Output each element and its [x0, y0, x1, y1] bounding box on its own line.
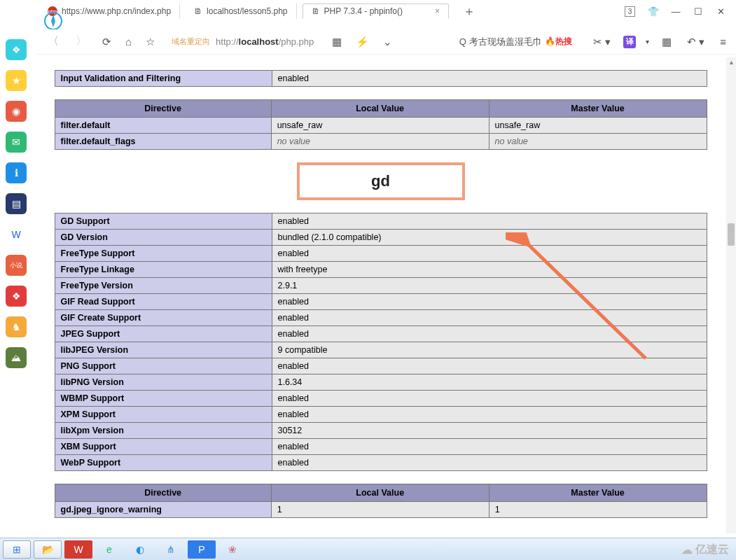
row-key: FreeType Linkage	[55, 262, 272, 278]
table-row: PNG Support enabled	[55, 358, 707, 374]
section-title-gd: gd	[297, 162, 465, 200]
translate-button[interactable]: 译	[623, 36, 636, 48]
minimize-button[interactable]: —	[672, 7, 680, 15]
chat-icon[interactable]: ◐	[126, 540, 154, 559]
col-directive: Directive	[55, 100, 271, 118]
row-key: gd.jpeg_ignore_warning	[55, 502, 271, 518]
cloud-icon: ☁	[681, 543, 693, 556]
table-row: GD Support enabled	[55, 214, 707, 230]
game1-icon[interactable]: ♞	[6, 316, 27, 337]
row-value: enabled	[272, 214, 707, 230]
row-value: enabled	[272, 391, 707, 407]
undo-icon[interactable]: ↶ ▾	[684, 36, 707, 48]
row-value: 30512	[272, 423, 707, 439]
row-value: 2.9.1	[272, 278, 707, 294]
window-titlebar: php https://www.php.cn/index.php 🗎 local…	[6, 0, 736, 22]
tab-label: localhost/lesson5.php	[207, 6, 287, 16]
close-tab-icon[interactable]: ×	[435, 6, 440, 16]
tab-count-badge[interactable]: 3	[625, 6, 635, 17]
forward-button[interactable]: 〉	[71, 34, 91, 49]
close-button[interactable]: ✕	[716, 7, 725, 15]
search-box[interactable]: Q 考古现场盖湿毛巾 🔥热搜	[459, 36, 572, 48]
app-sidebar: e❖★◉✉ℹ▤W小说❖♞⛰	[0, 0, 32, 536]
row-key: WBMP Support	[55, 391, 272, 407]
address-bar[interactable]: 域名重定向 http://localhost/php.php	[172, 36, 314, 47]
home-button[interactable]: ⌂	[123, 36, 134, 48]
explorer-icon[interactable]: 📂	[34, 540, 62, 559]
scissors-icon[interactable]: ✂ ▾	[590, 36, 613, 48]
row-master: 1	[489, 502, 707, 518]
row-key: GIF Read Support	[55, 294, 272, 310]
tab-strip: php https://www.php.cn/index.php 🗎 local…	[6, 0, 625, 22]
table-row: libJPEG Version 9 compatible	[55, 342, 707, 358]
row-master: unsafe_raw	[489, 118, 707, 134]
park-icon[interactable]: P	[188, 540, 216, 559]
tab-label: https://www.php.cn/index.php	[62, 6, 171, 16]
table-row: WebP Support enabled	[55, 455, 707, 471]
search-icon: Q	[459, 36, 466, 47]
weibo-icon[interactable]: ◉	[6, 101, 27, 122]
misc-icon[interactable]: ❀	[218, 540, 247, 559]
word-icon[interactable]: W	[6, 224, 27, 245]
table-row: JPEG Support enabled	[55, 326, 707, 342]
col-local: Local Value	[271, 484, 489, 502]
row-value: bundled (2.1.0 compatible)	[272, 230, 707, 246]
col-master: Master Value	[489, 484, 707, 502]
vscode-icon[interactable]: ⋔	[157, 540, 185, 559]
tab-lesson5[interactable]: 🗎 localhost/lesson5.php	[186, 4, 296, 19]
game2-icon[interactable]: ⛰	[6, 347, 27, 368]
tab-label: PHP 7.3.4 - phpinfo()	[324, 6, 403, 16]
table-row: libXpm Version 30512	[55, 423, 707, 439]
grid-icon[interactable]: ▦	[659, 36, 674, 48]
row-key: XBM Support	[55, 439, 272, 455]
mail-icon[interactable]: ✉	[6, 132, 27, 153]
toolbar: 〈 〉 ⟳ ⌂ ☆ 域名重定向 http://localhost/php.php…	[36, 29, 736, 55]
chevron-down-icon[interactable]: ⌄	[380, 36, 395, 48]
table-row: FreeType Version 2.9.1	[55, 278, 707, 294]
row-value: 1.6.34	[272, 374, 707, 391]
scroll-up-icon[interactable]: ▲	[728, 59, 735, 66]
new-tab-button[interactable]: ＋	[454, 4, 484, 19]
doc-icon[interactable]: ▤	[6, 193, 27, 214]
maximize-button[interactable]: ☐	[694, 7, 702, 15]
row-value: enabled	[272, 358, 707, 374]
row-local: 1	[271, 502, 489, 518]
table-row: GIF Read Support enabled	[55, 294, 707, 310]
row-key: WebP Support	[55, 455, 272, 471]
scrollbar-thumb[interactable]	[728, 223, 735, 246]
info-icon[interactable]: ℹ	[6, 162, 27, 183]
row-key: XPM Support	[55, 407, 272, 423]
wps-icon[interactable]: W	[64, 540, 92, 559]
row-key: JPEG Support	[55, 326, 272, 342]
row-key: filter.default	[55, 118, 271, 134]
novel-icon[interactable]: 小说	[6, 255, 27, 276]
col-directive: Directive	[55, 484, 271, 502]
qr-icon[interactable]: ▦	[329, 36, 345, 48]
red-icon[interactable]: ❖	[6, 286, 27, 307]
row-key: PNG Support	[55, 358, 272, 374]
favorite-button[interactable]: ☆	[143, 36, 158, 48]
row-value: enabled	[272, 439, 707, 455]
filter-directives-table: Directive Local Value Master Value filte…	[55, 99, 707, 150]
browser-icon[interactable]: e	[95, 540, 123, 559]
row-key: GD Version	[55, 230, 272, 246]
row-key: FreeType Version	[55, 278, 272, 294]
start-icon[interactable]: ⊞	[3, 540, 31, 559]
menu-icon[interactable]: ≡	[717, 36, 729, 48]
tab-phpinfo[interactable]: 🗎 PHP 7.3.4 - phpinfo() ×	[303, 4, 450, 19]
table-row: filter.default unsafe_raw unsafe_raw	[55, 118, 707, 134]
table-row: FreeType Support enabled	[55, 246, 707, 262]
page-content: Input Validation and Filtering enabled D…	[36, 57, 725, 533]
refresh-button[interactable]: ⟳	[99, 36, 114, 48]
skin-icon[interactable]: 👕	[649, 7, 658, 15]
table-row: filter.default_flags no value no value	[55, 134, 707, 150]
back-button[interactable]: 〈	[43, 34, 63, 49]
input-filtering-table: Input Validation and Filtering enabled	[55, 70, 707, 87]
row-value: enabled	[272, 455, 707, 471]
scrollbar-track[interactable]: ▲	[726, 57, 736, 533]
doc-icon: 🗎	[194, 6, 202, 16]
link-icon[interactable]: ❖	[6, 39, 27, 60]
star-icon[interactable]: ★	[6, 70, 27, 91]
addr-badge: 域名重定向	[172, 36, 210, 47]
bolt-icon[interactable]: ⚡	[353, 36, 372, 48]
